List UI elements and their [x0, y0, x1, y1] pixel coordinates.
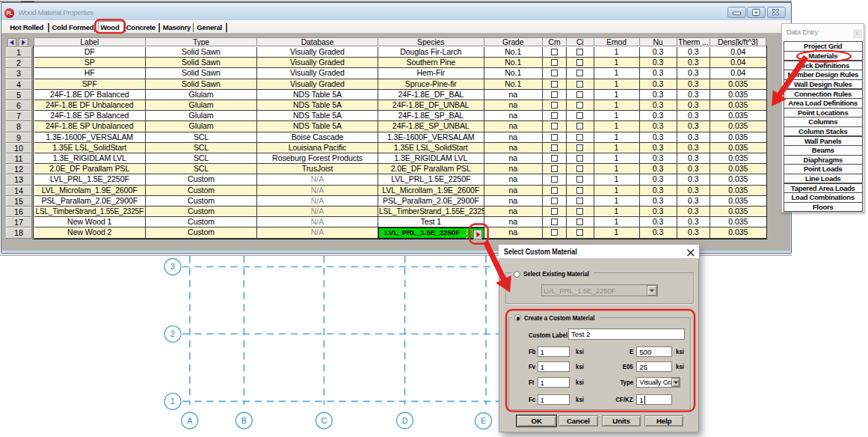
svg-text:1: 1 [170, 397, 175, 406]
svg-text:E: E [481, 416, 486, 425]
svg-text:A: A [187, 416, 192, 425]
svg-text:3: 3 [170, 262, 175, 271]
svg-text:D: D [402, 416, 408, 425]
svg-text:B: B [241, 416, 247, 425]
svg-text:2: 2 [170, 329, 175, 338]
svg-text:C: C [321, 416, 327, 425]
